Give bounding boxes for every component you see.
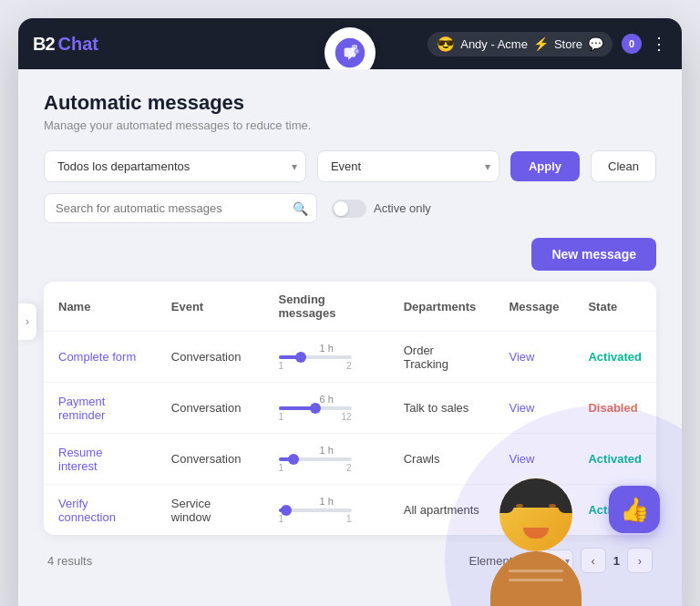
cell-state-1: Disabled <box>573 383 656 434</box>
table-row: Verify connection Service window 1 h 11 … <box>44 485 656 536</box>
store-lightning-icon: ⚡ <box>533 36 549 51</box>
cell-dept-2: Crawls <box>389 434 495 485</box>
cell-event-0: Conversation <box>157 332 264 383</box>
message-icon: 💬 <box>588 36 603 51</box>
col-departments: Departments <box>389 282 495 332</box>
table-container: Name Event Sending messages Departments … <box>44 282 656 535</box>
results-count: 4 results <box>47 554 92 568</box>
col-event: Event <box>157 282 264 332</box>
cell-event-2: Conversation <box>157 434 264 485</box>
cell-sending-3: 1 h 11 <box>264 485 389 536</box>
cell-state-2: Activated <box>573 434 656 485</box>
cell-message-3: View <box>495 485 574 536</box>
navbar-right: 😎 Andy - Acme ⚡ Store 💬 0 ⋮ <box>427 32 667 56</box>
col-message: Message <box>495 282 574 332</box>
search-wrapper: 🔍 <box>44 193 317 223</box>
cell-sending-1: 6 h 112 <box>264 383 389 434</box>
prev-page-button[interactable]: ‹ <box>581 548 606 573</box>
user-emoji: 😎 <box>437 36 455 53</box>
notification-badge[interactable]: 0 <box>622 34 642 54</box>
logo-b2: B2 <box>33 34 55 55</box>
state-badge-2: Activated <box>588 452 642 466</box>
view-link-2[interactable]: View <box>510 452 535 466</box>
cell-event-1: Conversation <box>157 383 264 434</box>
new-message-row: New message <box>44 238 656 271</box>
pagination: Elements 50 10 25 100 ▾ ‹ 1 › <box>469 548 653 573</box>
user-info[interactable]: 😎 Andy - Acme ⚡ Store 💬 <box>427 32 612 56</box>
kebab-menu-icon[interactable]: ⋮ <box>651 34 667 54</box>
table-row: Complete form Conversation 1 h 12 Order … <box>44 332 656 383</box>
cell-state-0: Activated <box>573 332 656 383</box>
cell-dept-1: Talk to sales <box>389 383 495 434</box>
apply-button[interactable]: Apply <box>510 151 580 181</box>
page-title: Automatic messages <box>44 91 656 115</box>
per-page-select[interactable]: 50 10 25 100 <box>526 550 573 572</box>
cell-name-2: Resume interest <box>44 434 157 485</box>
active-only-toggle[interactable] <box>332 200 366 218</box>
cell-sending-2: 1 h 12 <box>264 434 389 485</box>
slider-track-3[interactable] <box>279 508 352 512</box>
elements-label: Elements <box>469 554 519 568</box>
clean-button[interactable]: Clean <box>591 150 656 182</box>
view-link-1[interactable]: View <box>510 401 535 415</box>
cell-name-0: Complete form <box>44 332 157 383</box>
shirt-stripe2 <box>509 579 563 581</box>
table-footer: 4 results Elements 50 10 25 100 ▾ ‹ 1 › <box>44 535 656 573</box>
col-state: State <box>573 282 656 332</box>
cell-event-3: Service window <box>157 485 264 536</box>
like-bubble: 👍 <box>609 486 660 533</box>
user-name: Andy - Acme <box>460 37 528 51</box>
search-icon: 🔍 <box>293 201 308 216</box>
state-badge-1: Disabled <box>588 401 637 415</box>
event-select[interactable]: Event <box>317 150 499 182</box>
cell-dept-3: All apartments <box>389 485 495 536</box>
cell-sending-0: 1 h 12 <box>264 332 389 383</box>
store-label: Store <box>554 37 582 51</box>
sidebar-toggle[interactable]: › <box>18 303 36 340</box>
cell-message-0: View <box>495 332 574 383</box>
cell-message-1: View <box>495 383 574 434</box>
cell-name-1: Payment reminder <box>44 383 157 434</box>
active-only-toggle-row: Active only <box>332 200 431 218</box>
page-subtitle: Manage your automated messages to reduce… <box>44 118 656 132</box>
search-input[interactable] <box>44 193 317 223</box>
search-row: 🔍 Active only <box>44 193 656 223</box>
logo: B2Chat <box>33 34 98 55</box>
active-only-label: Active only <box>374 201 431 215</box>
current-page: 1 <box>613 554 620 568</box>
table-row: Payment reminder Conversation 6 h 112 Ta… <box>44 383 656 434</box>
message-name-link-3[interactable]: Verify connection <box>58 497 116 524</box>
navbar: B2Chat 😎 Andy - Acme ⚡ Store 💬 0 ⋮ <box>18 18 682 69</box>
toggle-knob <box>334 201 348 216</box>
col-name: Name <box>44 282 157 332</box>
cell-name-3: Verify connection <box>44 485 157 536</box>
thumbs-up-icon: 👍 <box>620 496 649 524</box>
event-select-wrapper: Event ▾ <box>317 150 499 182</box>
chevron-right-icon: › <box>26 315 29 328</box>
new-message-button[interactable]: New message <box>531 238 656 271</box>
cell-message-2: View <box>495 434 574 485</box>
slider-track-0[interactable] <box>279 355 352 359</box>
logo-chat: Chat <box>58 34 98 55</box>
slider-track-2[interactable] <box>279 457 352 461</box>
department-select[interactable]: Todos los departamentos <box>44 150 306 182</box>
filter-row: Todos los departamentos ▾ Event ▾ Apply … <box>44 150 656 182</box>
message-name-link-1[interactable]: Payment reminder <box>58 395 105 422</box>
message-name-link-0[interactable]: Complete form <box>58 350 136 364</box>
slider-track-1[interactable] <box>279 406 352 410</box>
view-link-0[interactable]: View <box>510 350 535 364</box>
department-select-wrapper: Todos los departamentos ▾ <box>44 150 306 182</box>
page-header: Automatic messages Manage your automated… <box>44 91 656 132</box>
view-link-3[interactable]: View <box>510 503 535 517</box>
next-page-button[interactable]: › <box>627 548 653 573</box>
cell-dept-0: Order Tracking <box>389 332 495 383</box>
messages-table: Name Event Sending messages Departments … <box>44 282 656 535</box>
main-content: Automatic messages Manage your automated… <box>18 69 682 606</box>
col-sending: Sending messages <box>264 282 389 332</box>
state-badge-0: Activated <box>588 350 642 364</box>
table-row: Resume interest Conversation 1 h 12 Craw… <box>44 434 656 485</box>
message-name-link-2[interactable]: Resume interest <box>58 446 102 473</box>
chat-icon <box>334 36 366 69</box>
table-header-row: Name Event Sending messages Departments … <box>44 282 656 332</box>
